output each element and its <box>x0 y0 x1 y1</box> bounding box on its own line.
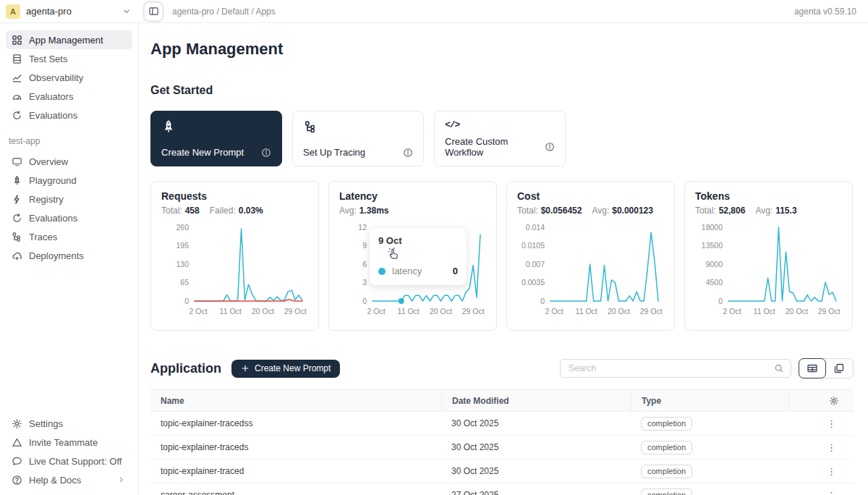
lightning-icon <box>12 194 22 205</box>
gear-icon[interactable] <box>829 396 839 406</box>
sidebar-item-evaluators[interactable]: Evaluators <box>6 87 132 106</box>
chart-title: Latency <box>339 190 486 202</box>
app-name[interactable]: topic-explainer-traceds <box>150 442 441 452</box>
svg-text:20 Oct: 20 Oct <box>786 307 808 316</box>
rocket-icon <box>161 119 176 134</box>
sidebar-item-deployments[interactable]: Deployments <box>6 246 132 265</box>
sidebar-item-overview[interactable]: Overview <box>6 152 132 171</box>
svg-text:11 Oct: 11 Oct <box>576 307 597 316</box>
info-icon[interactable] <box>403 148 413 158</box>
column-header-date-modified[interactable]: Date Modified <box>441 390 631 411</box>
table-row[interactable]: career-assessment 27 Oct 2025 completion… <box>150 483 854 495</box>
set-up-tracing-card[interactable]: Set Up Tracing <box>292 111 424 166</box>
sidebar-item-invite-teammate[interactable]: Invite Teammate <box>6 433 132 452</box>
sidebar-item-playground[interactable]: Playground <box>6 171 132 190</box>
svg-text:9000: 9000 <box>706 260 723 268</box>
row-menu-button[interactable]: ⋮ <box>824 441 839 454</box>
table-header: Name Date Modified Type <box>150 389 854 412</box>
type-badge: completion <box>641 488 692 495</box>
gear-icon <box>12 418 22 429</box>
cost-line-chart[interactable]: 0.0140.01050.0070.003502 Oct11 Oct20 Oct… <box>517 220 664 323</box>
sidebar-item-evaluations[interactable]: Evaluations <box>6 106 132 124</box>
sidebar-item-label: Test Sets <box>29 54 67 64</box>
sidebar-item-app-management[interactable]: App Management <box>6 30 132 49</box>
card-label: Set Up Tracing <box>303 147 365 158</box>
svg-text:2 Oct: 2 Oct <box>189 307 207 316</box>
sidebar-item-help-docs[interactable]: Help & Docs <box>6 470 132 489</box>
svg-text:12: 12 <box>358 223 367 232</box>
get-started-title: Get Started <box>150 84 854 97</box>
svg-text:0.0105: 0.0105 <box>522 241 545 250</box>
column-header-type[interactable]: Type <box>631 390 788 411</box>
workspace-name: agenta-pro <box>26 6 122 17</box>
stat-failed: Failed:0.03% <box>210 206 263 216</box>
info-icon[interactable] <box>545 142 555 152</box>
sidebar-item-label: Help & Docs <box>29 475 81 486</box>
sidebar-item-label: Observability <box>29 72 83 83</box>
svg-text:0.007: 0.007 <box>526 260 545 268</box>
breadcrumb[interactable]: agenta-pro / Default / Apps <box>172 7 276 17</box>
tooltip-series-label: latency <box>392 266 422 276</box>
help-icon <box>12 475 22 486</box>
sidebar-item-app-evaluations[interactable]: Evaluations <box>6 208 132 227</box>
tokens-chart-card: Tokens Total:52,806 Avg:115.3 1800013500… <box>684 181 853 331</box>
chart-line-icon <box>12 72 22 83</box>
tooltip-value: 0 <box>453 266 458 276</box>
card-label: Create Custom Workflow <box>445 136 545 158</box>
search-icon[interactable] <box>774 363 784 373</box>
app-name[interactable]: career-assessment <box>150 490 441 495</box>
create-new-prompt-button[interactable]: Create New Prompt <box>231 360 340 378</box>
svg-text:20 Oct: 20 Oct <box>608 307 630 316</box>
info-icon[interactable] <box>261 148 271 158</box>
sidebar-item-label: Traces <box>29 232 57 242</box>
svg-text:0: 0 <box>718 297 723 305</box>
row-menu-button[interactable]: ⋮ <box>824 465 839 478</box>
version-label: agenta v0.59.10 <box>794 7 868 17</box>
main-content: App Management Get Started Create New Pr… <box>139 23 868 495</box>
app-name[interactable]: topic-explainer-tracedss <box>150 418 441 428</box>
metrics-cards: Requests Total:458 Failed:0.03% 26019513… <box>150 181 854 331</box>
gauge-icon <box>12 91 22 102</box>
applications-table: Name Date Modified Type topic-explainer-… <box>150 389 854 495</box>
sidebar-item-settings[interactable]: Settings <box>6 414 132 433</box>
sidebar-item-label: Invite Teammate <box>29 437 98 448</box>
series-dot <box>378 268 386 275</box>
app-date: 30 Oct 2025 <box>441 442 631 452</box>
card-label: Create New Prompt <box>161 147 244 158</box>
card-view-button[interactable] <box>825 359 853 378</box>
view-toggle <box>799 358 854 378</box>
sidebar-item-label: Settings <box>29 418 63 429</box>
svg-text:18000: 18000 <box>702 223 723 232</box>
svg-text:13500: 13500 <box>702 241 723 250</box>
sidebar-item-live-chat-support[interactable]: Live Chat Support: Off <box>6 452 132 470</box>
tokens-line-chart[interactable]: 18000135009000450002 Oct11 Oct20 Oct29 O… <box>695 220 842 323</box>
search-box <box>560 359 791 378</box>
column-header-name[interactable]: Name <box>150 396 441 406</box>
create-custom-workflow-card[interactable]: </> Create Custom Workflow <box>434 111 566 166</box>
requests-line-chart[interactable]: 2601951306502 Oct11 Oct20 Oct29 Oct <box>161 220 308 323</box>
table-row[interactable]: topic-explainer-tracedss 30 Oct 2025 com… <box>150 412 854 436</box>
rocket-icon <box>12 175 22 186</box>
workspace-switcher[interactable]: A agenta-pro <box>0 4 139 19</box>
sidebar-item-registry[interactable]: Registry <box>6 190 132 208</box>
app-name[interactable]: topic-explainer-traced <box>150 466 441 476</box>
svg-text:260: 260 <box>176 223 189 232</box>
sidebar-item-observability[interactable]: Observability <box>6 68 132 87</box>
table-view-button[interactable] <box>799 358 826 378</box>
row-menu-button[interactable]: ⋮ <box>824 489 839 495</box>
svg-text:29 Oct: 29 Oct <box>284 307 307 316</box>
table-row[interactable]: topic-explainer-traced 30 Oct 2025 compl… <box>150 460 854 483</box>
row-menu-button[interactable]: ⋮ <box>824 418 839 430</box>
sidebar-item-test-sets[interactable]: Test Sets <box>6 49 132 68</box>
create-new-prompt-card[interactable]: Create New Prompt <box>150 111 282 166</box>
search-input[interactable] <box>567 363 774 374</box>
app-date: 30 Oct 2025 <box>441 418 631 428</box>
app-date: 30 Oct 2025 <box>441 466 631 476</box>
tree-icon <box>12 232 22 242</box>
workspace-avatar: A <box>6 4 20 19</box>
sidebar-item-label: Deployments <box>29 250 84 261</box>
table-row[interactable]: topic-explainer-traceds 30 Oct 2025 comp… <box>150 436 854 460</box>
page-title: App Management <box>150 40 854 59</box>
sidebar-collapse-button[interactable] <box>145 3 162 20</box>
sidebar-item-traces[interactable]: Traces <box>6 227 132 246</box>
